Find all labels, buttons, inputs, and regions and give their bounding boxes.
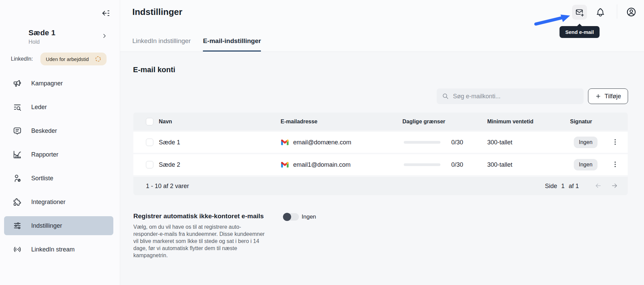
main-header: Indstillinger LinkedIn indstillinger E-m… bbox=[120, 0, 644, 52]
collapse-sidebar-icon[interactable] bbox=[100, 8, 111, 19]
user-block-icon bbox=[13, 174, 22, 183]
autoreply-toggle[interactable] bbox=[283, 213, 299, 221]
previous-page-button[interactable] bbox=[592, 180, 604, 192]
sidebar-item-rapporter[interactable]: Rapporter bbox=[4, 145, 113, 164]
kebab-icon bbox=[611, 160, 619, 168]
notifications-button[interactable] bbox=[595, 7, 605, 18]
next-page-button[interactable] bbox=[609, 180, 620, 192]
puzzle-icon bbox=[13, 198, 22, 206]
send-email-button[interactable] bbox=[572, 5, 587, 20]
user-circle-icon bbox=[626, 7, 637, 17]
items-count-label: 1 - 10 af 2 varer bbox=[146, 183, 189, 190]
page-of-label: af 1 bbox=[569, 183, 579, 190]
signature-badge: Ingen bbox=[574, 159, 598, 170]
seat-subtitle: Hold bbox=[29, 39, 55, 45]
kebab-icon bbox=[611, 138, 619, 146]
sidebar-item-beskeder[interactable]: Beskeder bbox=[4, 121, 113, 140]
linkedin-status: LinkedIn: Uden for arbejdstid bbox=[11, 53, 107, 65]
sidebar-item-sortliste[interactable]: Sortliste bbox=[4, 169, 113, 188]
sidebar-item-label: Integrationer bbox=[31, 199, 65, 206]
row-menu-button[interactable] bbox=[610, 137, 621, 148]
page-label: Side bbox=[545, 183, 557, 190]
bell-icon bbox=[595, 7, 605, 17]
sidebar-item-kampagner[interactable]: Kampagner bbox=[4, 74, 113, 93]
chart-icon bbox=[13, 150, 22, 159]
tab-bar: LinkedIn indstillinger E-mail-indstillin… bbox=[132, 37, 261, 52]
autoreply-setting: Registrer automatisk ikke-kontoret e-mai… bbox=[133, 212, 323, 259]
sidebar: Sæde 1 Hold LinkedIn: Uden for arbejdsti… bbox=[0, 0, 120, 285]
seat-selector[interactable]: Sæde 1 Hold bbox=[29, 28, 55, 45]
search-input[interactable] bbox=[453, 93, 578, 100]
sidebar-item-leder[interactable]: Leder bbox=[4, 98, 113, 117]
app-window: Sæde 1 Hold LinkedIn: Uden for arbejdsti… bbox=[0, 0, 644, 285]
linkedin-status-badge[interactable]: Uden for arbejdstid bbox=[40, 53, 107, 65]
tab-email-indstillinger[interactable]: E-mail-indstillinger bbox=[203, 37, 261, 52]
list-search-icon bbox=[13, 103, 22, 111]
sidebar-item-label: Rapporter bbox=[31, 151, 58, 158]
add-email-account-button[interactable]: Tilføje bbox=[588, 88, 628, 104]
row-menu-button[interactable] bbox=[610, 159, 621, 170]
main-area: Indstillinger LinkedIn indstillinger E-m… bbox=[120, 0, 644, 285]
header-divider bbox=[617, 4, 617, 19]
table-header-row: Navn E-mailadresse Daglige grænser Minim… bbox=[133, 113, 628, 130]
toggle-knob bbox=[283, 213, 291, 221]
chevron-right-icon[interactable] bbox=[101, 33, 108, 41]
megaphone-icon bbox=[13, 79, 22, 88]
sliders-icon bbox=[13, 221, 22, 230]
column-header-signatur: Signatur bbox=[570, 119, 592, 125]
message-icon bbox=[13, 126, 22, 135]
daily-limit-progressbar bbox=[404, 163, 440, 166]
daily-limit-value: 0/30 bbox=[451, 139, 463, 146]
column-header-navn: Navn bbox=[159, 119, 172, 125]
linkedin-status-label: LinkedIn: bbox=[11, 56, 33, 62]
gmail-icon bbox=[281, 138, 289, 147]
sidebar-item-label: Leder bbox=[31, 104, 47, 111]
sidebar-item-label: Sortliste bbox=[31, 175, 53, 182]
add-button-label: Tilføje bbox=[605, 93, 621, 100]
broadcast-icon bbox=[13, 245, 22, 254]
spinner-icon bbox=[95, 56, 101, 62]
mail-plus-icon bbox=[575, 8, 584, 17]
tab-linkedin-indstillinger[interactable]: LinkedIn indstillinger bbox=[132, 37, 191, 52]
sidebar-nav: Kampagner Leder Beskeder Rapporter Sortl… bbox=[4, 74, 113, 259]
daily-limit-progressbar bbox=[404, 141, 440, 144]
search-icon bbox=[442, 93, 449, 100]
send-email-tooltip: Send e-mail bbox=[560, 26, 600, 38]
account-email-cell: email1@domain.com bbox=[281, 161, 351, 169]
account-name: Sæde 2 bbox=[159, 161, 180, 168]
account-button[interactable] bbox=[626, 7, 637, 18]
plus-icon bbox=[595, 93, 601, 99]
sidebar-item-label: Indstillinger bbox=[31, 222, 62, 229]
gmail-icon bbox=[281, 161, 289, 169]
row-checkbox[interactable] bbox=[146, 161, 153, 168]
page-info: Side 1 af 1 bbox=[545, 183, 579, 190]
column-header-daglige-graenser: Daglige grænser bbox=[402, 119, 445, 125]
account-email: email@domæne.com bbox=[293, 139, 351, 146]
column-header-emailadresse: E-mailadresse bbox=[281, 119, 318, 125]
sidebar-item-label: LinkedIn stream bbox=[31, 246, 75, 253]
autoreply-toggle-label: Ingen bbox=[302, 213, 316, 220]
minimum-wait-value: 300-tallet bbox=[487, 161, 512, 168]
arrow-right-icon bbox=[611, 182, 618, 189]
signature-badge: Ingen bbox=[574, 137, 598, 148]
table-footer: 1 - 10 af 2 varer Side 1 af 1 bbox=[133, 177, 628, 195]
page-number: 1 bbox=[561, 183, 565, 190]
account-email-cell: email@domæne.com bbox=[281, 138, 351, 147]
pagination: Side 1 af 1 bbox=[545, 177, 620, 195]
section-title: E-mail konti bbox=[133, 65, 175, 74]
sidebar-item-linkedin-stream[interactable]: LinkedIn stream bbox=[4, 240, 113, 259]
seat-name: Sæde 1 bbox=[29, 28, 55, 37]
email-accounts-table: Navn E-mailadresse Daglige grænser Minim… bbox=[133, 113, 628, 195]
page-title: Indstillinger bbox=[132, 7, 182, 17]
sidebar-item-indstillinger[interactable]: Indstillinger bbox=[4, 216, 113, 235]
table-row: Sæde 2 email1@domain.com 0/30 300-tallet… bbox=[133, 154, 628, 175]
column-header-minimum-ventetid: Minimum ventetid bbox=[487, 119, 533, 125]
select-all-checkbox[interactable] bbox=[146, 118, 153, 125]
sidebar-item-integrationer[interactable]: Integrationer bbox=[4, 192, 113, 211]
row-checkbox[interactable] bbox=[146, 139, 153, 146]
search-email-accounts bbox=[437, 88, 584, 104]
sidebar-item-label: Beskeder bbox=[31, 127, 57, 135]
minimum-wait-value: 300-tallet bbox=[487, 139, 512, 146]
daily-limit-value: 0/30 bbox=[451, 161, 463, 168]
arrow-left-icon bbox=[594, 182, 602, 189]
